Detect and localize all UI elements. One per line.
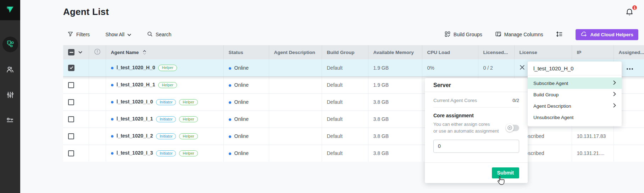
row-checkbox[interactable] (68, 133, 74, 139)
build-groups-button[interactable]: Build Groups (444, 31, 482, 38)
menu-item-subscribe-agent[interactable]: Subscribe Agent (528, 77, 622, 89)
agent-description-value (269, 93, 322, 111)
column-header-license[interactable]: License (514, 45, 572, 59)
menu-item-unsubscribe-agent[interactable]: Unsubscribe Agent (528, 112, 622, 123)
chevron-right-icon (613, 80, 616, 86)
agent-dot-icon (111, 84, 113, 86)
submit-button[interactable]: Submit (492, 167, 519, 178)
toolbar: Filters Show All Search Build Groups (67, 28, 638, 41)
automatic-assignment-toggle[interactable] (506, 125, 519, 131)
notifications-button[interactable]: 1 (625, 7, 635, 18)
agent-description-header-label: Agent Description (274, 50, 315, 55)
toggle-knob (506, 124, 514, 132)
agent-name[interactable]: l_test_1020_I_0 (117, 99, 153, 104)
column-header-agent-name[interactable]: Agent Name (106, 45, 223, 59)
notification-badge[interactable]: 1 (632, 5, 638, 11)
build-group-header-label: Build Group (327, 50, 355, 55)
status-dot-icon (229, 67, 231, 70)
helper-badge: Helper (158, 65, 177, 71)
sidebar-item-users[interactable] (0, 57, 20, 83)
column-header-status[interactable]: Status (223, 45, 269, 59)
page-title: Agent List (63, 6, 109, 17)
sliders-icon (6, 91, 15, 101)
bell-icon (625, 12, 634, 18)
menu-item-build-group[interactable]: Build Group (528, 89, 622, 100)
menu-item-label: Subscribe Agent (533, 81, 568, 86)
status-value: Online (234, 150, 249, 156)
add-cloud-helpers-button[interactable]: Add Cloud Helpers (576, 29, 638, 40)
sort-icon[interactable] (143, 50, 146, 55)
helper-badge: Helper (179, 150, 198, 157)
select-all-checkbox[interactable] (68, 49, 74, 55)
agent-name[interactable]: l_test_1020_I_1 (117, 116, 153, 122)
column-header-cpu-load[interactable]: CPU Load (422, 45, 478, 59)
ip-value: 10.131.17.83 (572, 128, 614, 145)
filter-funnel-icon (67, 31, 73, 38)
build-group-value: Default (322, 93, 368, 111)
menu-item-label: Build Group (533, 92, 559, 97)
table-row[interactable]: l_test_1020_I_3InitiatorHelper Online De… (63, 145, 644, 162)
available-memory-value: 3.8 GB (368, 93, 422, 111)
core-assignment-input[interactable] (433, 140, 519, 153)
licensed-header-label: Licensed... (483, 50, 508, 55)
add-cloud-helpers-label: Add Cloud Helpers (590, 32, 633, 37)
manage-columns-label: Manage Columns (504, 32, 543, 37)
cloud-plus-icon (581, 31, 587, 38)
agent-name[interactable]: l_test_1020_H_0 (117, 65, 155, 70)
chevron-right-icon (613, 103, 616, 109)
show-filter-dropdown[interactable]: Show All (105, 32, 131, 37)
sidebar-item-settings[interactable] (0, 83, 20, 108)
status-dot-icon (229, 118, 231, 121)
build-group-value: Default (322, 145, 368, 162)
current-cores-value: 0/2 (512, 98, 519, 103)
search-icon (147, 31, 153, 38)
app-logo[interactable] (0, 0, 20, 20)
show-filter-value: Show All (105, 32, 124, 37)
table-row[interactable]: l_test_1020_I_2InitiatorHelper Online De… (63, 128, 644, 145)
column-header-available-memory[interactable]: Available Memory (368, 45, 422, 59)
helper-badge: Helper (179, 116, 198, 123)
column-header-assigned[interactable]: Assigned... (614, 45, 644, 59)
select-options-chevron-icon[interactable] (77, 49, 82, 55)
filters-button[interactable]: Filters (67, 31, 90, 38)
row-checkbox[interactable] (68, 150, 74, 156)
column-header-ip[interactable]: IP (572, 45, 614, 59)
sidebar (0, 0, 20, 193)
agent-name[interactable]: l_test_1020_H_1 (117, 82, 155, 87)
header-select-cell (63, 45, 89, 59)
menu-item-agent-description[interactable]: Agent Description (528, 100, 622, 112)
row-actions-menu-icon[interactable] (627, 68, 633, 70)
search-label: Search (156, 32, 171, 37)
key-icon (6, 116, 15, 127)
ip-header-label: IP (577, 50, 582, 55)
manage-columns-button[interactable]: Manage Columns (495, 31, 543, 38)
available-memory-value: 3.8 GB (368, 111, 422, 128)
row-checkbox[interactable] (68, 99, 74, 105)
users-icon (6, 65, 15, 75)
row-checkbox[interactable] (68, 82, 74, 88)
agent-description-value (269, 111, 322, 128)
column-header-licensed[interactable]: Licensed... (478, 45, 514, 59)
sidebar-item-agents[interactable] (0, 32, 20, 57)
server-core-popup: Server Current Agent Cores 0/2 Core assi… (425, 78, 528, 183)
row-density-button[interactable] (556, 31, 563, 39)
row-checkbox[interactable] (68, 65, 74, 71)
status-dot-icon (229, 135, 231, 138)
status-value: Online (234, 82, 249, 88)
initiator-badge: Initiator (156, 133, 176, 140)
chevron-right-icon (613, 92, 616, 97)
close-popover-icon[interactable] (520, 65, 525, 70)
ip-value: 10.131.21.... (572, 145, 614, 162)
agent-name[interactable]: l_test_1020_I_2 (117, 133, 153, 139)
initiator-badge: Initiator (156, 116, 176, 123)
agent-name[interactable]: l_test_1020_I_3 (117, 150, 153, 156)
search-control[interactable]: Search (147, 31, 171, 38)
row-checkbox[interactable] (68, 116, 74, 122)
column-header-build-group[interactable]: Build Group (322, 45, 368, 59)
popup-title: Server (425, 78, 528, 92)
sidebar-item-license[interactable] (0, 108, 20, 134)
build-groups-icon (444, 31, 451, 38)
status-value: Online (234, 133, 249, 139)
column-header-agent-description[interactable]: Agent Description (269, 45, 322, 59)
status-dot-icon (229, 101, 231, 104)
